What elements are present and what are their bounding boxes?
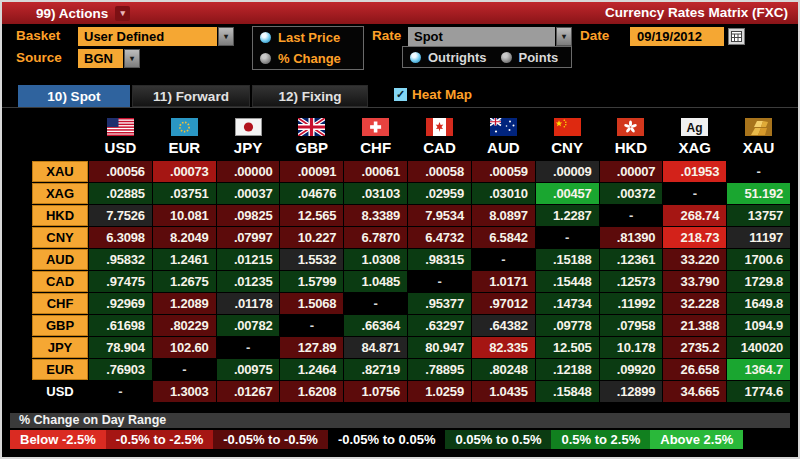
rate-cell-chf-hkd[interactable]: .11992 (600, 293, 663, 314)
rate-cell-cny-cny[interactable]: - (536, 227, 599, 248)
basket-dropdown[interactable]: User Defined ▾ (78, 27, 234, 46)
last-price-option[interactable]: Last Price (253, 27, 363, 48)
rate-cell-usd-hkd[interactable]: .12899 (600, 381, 663, 402)
rate-cell-gbp-gbp[interactable]: - (280, 315, 343, 336)
rate-cell-gbp-aud[interactable]: .64382 (472, 315, 535, 336)
rate-cell-cad-hkd[interactable]: .12573 (600, 271, 663, 292)
row-label-eur[interactable]: EUR (32, 359, 88, 380)
column-header-chf[interactable]: CHF (344, 115, 407, 157)
rate-cell-xau-chf[interactable]: .00061 (344, 161, 407, 182)
rate-cell-eur-xag[interactable]: 26.658 (663, 359, 726, 380)
column-header-gbp[interactable]: GBP (280, 115, 343, 157)
rate-dropdown[interactable]: Spot ▾ (408, 27, 572, 46)
calendar-icon[interactable] (728, 28, 745, 45)
radio-unselected-icon[interactable] (260, 53, 271, 64)
rate-cell-xag-cny[interactable]: .00457 (536, 183, 599, 204)
rate-cell-xag-eur[interactable]: .03751 (153, 183, 216, 204)
rate-cell-chf-chf[interactable]: - (344, 293, 407, 314)
rate-cell-eur-cny[interactable]: .12188 (536, 359, 599, 380)
rate-cell-cny-gbp[interactable]: 10.227 (280, 227, 343, 248)
source-dropdown[interactable]: BGN ▾ (78, 49, 140, 68)
rate-cell-eur-aud[interactable]: .80248 (472, 359, 535, 380)
rate-cell-cad-aud[interactable]: 1.0171 (472, 271, 535, 292)
rate-cell-xag-xag[interactable]: - (663, 183, 726, 204)
rate-cell-gbp-cny[interactable]: .09778 (536, 315, 599, 336)
rate-cell-gbp-chf[interactable]: .66364 (344, 315, 407, 336)
rate-cell-xau-usd[interactable]: .00056 (89, 161, 152, 182)
rate-cell-aud-hkd[interactable]: .12361 (600, 249, 663, 270)
row-label-xag[interactable]: XAG (32, 183, 88, 204)
rate-cell-xag-cad[interactable]: .02959 (408, 183, 471, 204)
rate-cell-usd-aud[interactable]: 1.0435 (472, 381, 535, 402)
rate-cell-cad-xau[interactable]: 1729.8 (727, 271, 790, 292)
rate-cell-xau-cny[interactable]: .00009 (536, 161, 599, 182)
column-header-xau[interactable]: XAU (727, 115, 790, 157)
rate-cell-eur-hkd[interactable]: .09920 (600, 359, 663, 380)
rate-cell-usd-chf[interactable]: 1.0756 (344, 381, 407, 402)
rate-cell-jpy-usd[interactable]: 78.904 (89, 337, 152, 358)
rate-cell-gbp-usd[interactable]: .61698 (89, 315, 152, 336)
rate-cell-chf-jpy[interactable]: .01178 (217, 293, 280, 314)
rate-cell-cny-aud[interactable]: 6.5842 (472, 227, 535, 248)
row-label-jpy[interactable]: JPY (32, 337, 88, 358)
rate-cell-gbp-xau[interactable]: 1094.9 (727, 315, 790, 336)
rate-cell-cny-eur[interactable]: 8.2049 (153, 227, 216, 248)
rate-cell-aud-xag[interactable]: 33.220 (663, 249, 726, 270)
rate-cell-cad-xag[interactable]: 33.790 (663, 271, 726, 292)
rate-cell-xau-jpy[interactable]: .00000 (217, 161, 280, 182)
rate-cell-jpy-xag[interactable]: 2735.2 (663, 337, 726, 358)
rate-cell-jpy-xau[interactable]: 140020 (727, 337, 790, 358)
rate-cell-gbp-xag[interactable]: 21.388 (663, 315, 726, 336)
row-label-aud[interactable]: AUD (32, 249, 88, 270)
rate-cell-xag-hkd[interactable]: .00372 (600, 183, 663, 204)
rate-cell-aud-jpy[interactable]: .01215 (217, 249, 280, 270)
column-header-usd[interactable]: USD (89, 115, 152, 157)
rate-cell-aud-usd[interactable]: .95832 (89, 249, 152, 270)
rate-cell-hkd-hkd[interactable]: - (600, 205, 663, 226)
radio-selected-icon[interactable] (410, 52, 421, 63)
rate-cell-cny-xag[interactable]: 218.73 (663, 227, 726, 248)
rate-cell-aud-gbp[interactable]: 1.5532 (280, 249, 343, 270)
rate-cell-chf-xau[interactable]: 1649.8 (727, 293, 790, 314)
rate-cell-hkd-xau[interactable]: 13757 (727, 205, 790, 226)
rate-cell-xau-hkd[interactable]: .00007 (600, 161, 663, 182)
actions-menu-button[interactable]: 99) Actions ▾ (30, 3, 136, 23)
rate-cell-eur-cad[interactable]: .78895 (408, 359, 471, 380)
rate-cell-cny-hkd[interactable]: .81390 (600, 227, 663, 248)
rate-cell-chf-cny[interactable]: .14734 (536, 293, 599, 314)
rate-cell-aud-cny[interactable]: .15188 (536, 249, 599, 270)
rate-cell-cad-cny[interactable]: .15448 (536, 271, 599, 292)
points-option[interactable]: Points (494, 47, 566, 67)
rate-cell-hkd-jpy[interactable]: .09825 (217, 205, 280, 226)
rate-cell-usd-gbp[interactable]: 1.6208 (280, 381, 343, 402)
rate-cell-chf-usd[interactable]: .92969 (89, 293, 152, 314)
rate-cell-eur-jpy[interactable]: .00975 (217, 359, 280, 380)
radio-unselected-icon[interactable] (501, 52, 512, 63)
radio-selected-icon[interactable] (260, 32, 271, 43)
rate-cell-usd-cny[interactable]: .15848 (536, 381, 599, 402)
rate-cell-aud-aud[interactable]: - (472, 249, 535, 270)
rate-cell-eur-usd[interactable]: .76903 (89, 359, 152, 380)
rate-cell-cny-chf[interactable]: 6.7870 (344, 227, 407, 248)
rate-cell-chf-gbp[interactable]: 1.5068 (280, 293, 343, 314)
rate-cell-gbp-eur[interactable]: .80229 (153, 315, 216, 336)
rate-cell-eur-gbp[interactable]: 1.2464 (280, 359, 343, 380)
pct-change-option[interactable]: % Change (253, 48, 363, 69)
rate-cell-usd-xag[interactable]: 34.665 (663, 381, 726, 402)
rate-cell-cny-usd[interactable]: 6.3098 (89, 227, 152, 248)
rate-cell-gbp-cad[interactable]: .63297 (408, 315, 471, 336)
rate-cell-cny-xau[interactable]: 11197 (727, 227, 790, 248)
rate-cell-aud-cad[interactable]: .98315 (408, 249, 471, 270)
rate-cell-cad-gbp[interactable]: 1.5799 (280, 271, 343, 292)
column-header-hkd[interactable]: HKD (600, 115, 663, 157)
row-label-usd[interactable]: USD (32, 381, 88, 402)
rate-cell-eur-xau[interactable]: 1364.7 (727, 359, 790, 380)
rate-cell-xag-gbp[interactable]: .04676 (280, 183, 343, 204)
rate-cell-usd-jpy[interactable]: .01267 (217, 381, 280, 402)
column-header-eur[interactable]: EUR (153, 115, 216, 157)
rate-cell-cad-chf[interactable]: 1.0485 (344, 271, 407, 292)
rate-cell-usd-cad[interactable]: 1.0259 (408, 381, 471, 402)
rate-cell-cad-eur[interactable]: 1.2675 (153, 271, 216, 292)
rate-cell-hkd-chf[interactable]: 8.3389 (344, 205, 407, 226)
rate-cell-xau-gbp[interactable]: .00091 (280, 161, 343, 182)
